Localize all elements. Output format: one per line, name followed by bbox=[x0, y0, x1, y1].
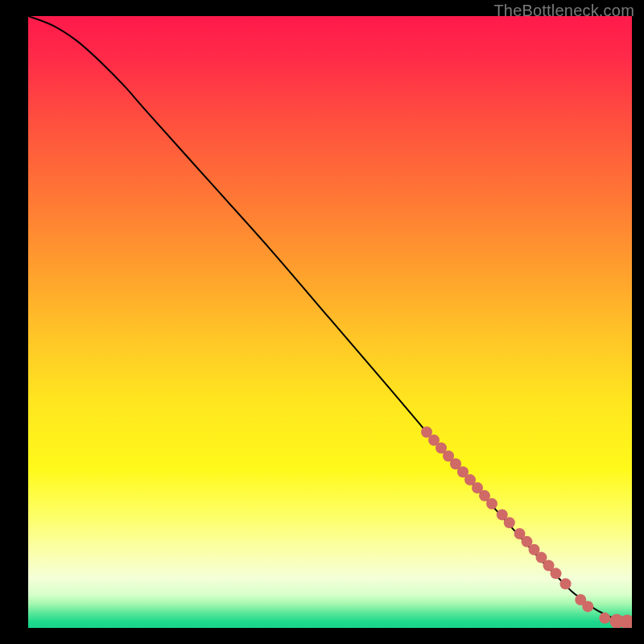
data-marker bbox=[599, 613, 610, 624]
chart-stage: TheBottleneck.com bbox=[0, 0, 644, 644]
gradient-background bbox=[28, 16, 632, 628]
chart-svg bbox=[28, 16, 632, 628]
plot-area bbox=[28, 16, 632, 628]
watermark-text: TheBottleneck.com bbox=[493, 2, 634, 20]
data-marker bbox=[486, 498, 497, 510]
data-marker bbox=[560, 578, 572, 589]
data-marker bbox=[582, 601, 593, 612]
data-marker bbox=[551, 568, 562, 579]
data-marker bbox=[504, 517, 515, 528]
